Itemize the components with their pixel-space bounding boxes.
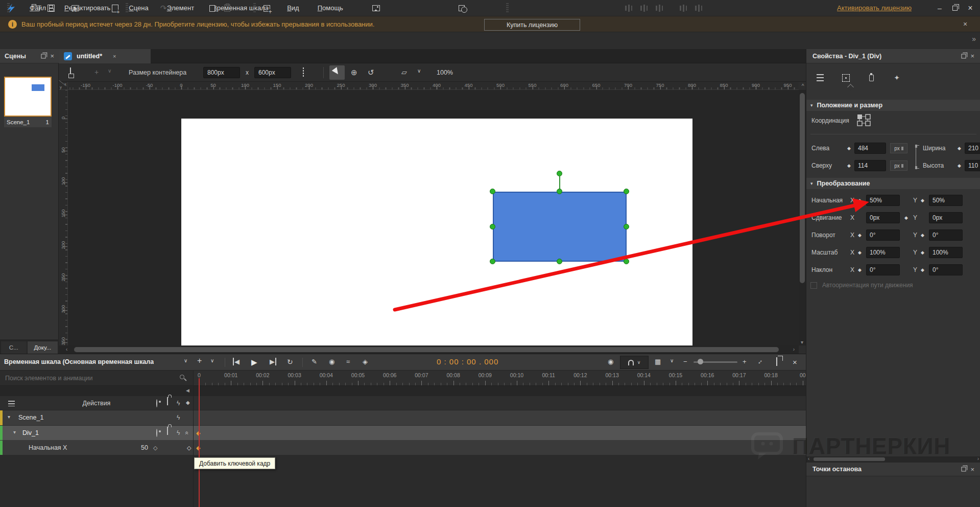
scroll-left-icon[interactable]: ‹: [66, 347, 67, 352]
left-unit-select[interactable]: px: [890, 143, 907, 153]
playhead-line[interactable]: [199, 378, 200, 507]
bolt-icon[interactable]: ϟ: [177, 400, 180, 407]
document-tab-close-icon[interactable]: ×: [113, 53, 116, 59]
auto-keyframe-icon[interactable]: ✎: [312, 358, 317, 365]
buy-license-button[interactable]: Купить лицензию: [484, 19, 580, 31]
rotate-tool-icon[interactable]: ↺: [368, 68, 374, 77]
coordination-icon[interactable]: [856, 113, 872, 127]
timeline-select-dropdown-icon[interactable]: ∨: [184, 358, 187, 363]
rotation-handle[interactable]: [557, 171, 562, 176]
trial-close-icon[interactable]: ×: [963, 20, 967, 28]
collapse-properties-icon[interactable]: «: [183, 431, 190, 435]
rotate-y-keyframe-icon[interactable]: ◆: [921, 233, 924, 238]
scene-navigation-icon[interactable]: [70, 67, 71, 77]
edit-container-size-icon[interactable]: [303, 67, 304, 77]
expand-timeline-icon[interactable]: ↕: [757, 358, 764, 365]
top-unit-select[interactable]: px: [890, 160, 907, 171]
keyframe-nav-icon[interactable]: ◇: [153, 445, 157, 451]
scroll-right-icon[interactable]: ›: [793, 347, 795, 352]
record-icon[interactable]: ◉: [329, 358, 334, 365]
timeline-search[interactable]: Поиск элементов и анимации: [0, 371, 193, 386]
close-panel-icon[interactable]: ×: [970, 466, 974, 473]
transform-origin-y-keyframe-icon[interactable]: ◆: [921, 198, 924, 203]
handle-top-center[interactable]: [557, 189, 562, 194]
skew-y-input[interactable]: 0°: [929, 264, 963, 275]
translate-keyframe-icon[interactable]: ◆: [904, 215, 908, 220]
v-scroll-thumb[interactable]: [800, 93, 805, 283]
close-button[interactable]: ×: [963, 2, 978, 14]
expand-caret-icon[interactable]: ▾: [8, 414, 10, 420]
scroll-down-icon[interactable]: ▾: [801, 339, 803, 345]
tab-position-size[interactable]: [837, 71, 854, 85]
insert-keyframe-icon[interactable]: ◈: [363, 358, 368, 365]
tab-effects[interactable]: ✦: [888, 71, 905, 85]
skew-tool-icon[interactable]: ▱: [401, 68, 407, 76]
tab-scenes[interactable]: С...: [1, 341, 27, 354]
minimize-button[interactable]: –: [932, 2, 947, 14]
rotate-y-input[interactable]: 0°: [929, 229, 963, 241]
scale-y-input[interactable]: 100%: [929, 247, 963, 258]
float-panel-icon[interactable]: [962, 467, 966, 472]
tab-appearance[interactable]: [863, 71, 880, 85]
container-width-input[interactable]: 800px: [203, 67, 240, 78]
track-list-divider[interactable]: [193, 371, 194, 507]
timeline-zoom-knob[interactable]: [698, 359, 703, 364]
container-height-input[interactable]: 600px: [254, 67, 291, 78]
lock-icon[interactable]: [167, 427, 168, 435]
eye-icon[interactable]: [156, 429, 157, 437]
rotate-x-keyframe-icon[interactable]: ◆: [858, 233, 862, 238]
curve-editor-icon[interactable]: ≈: [346, 358, 350, 365]
skew-x-keyframe-icon[interactable]: ◆: [858, 267, 862, 272]
property-track-value[interactable]: 50: [134, 444, 148, 451]
document-tab[interactable]: untitled* ×: [59, 49, 151, 63]
width-keyframe-icon[interactable]: ◆: [958, 146, 961, 151]
skew-x-input[interactable]: 0°: [866, 264, 900, 275]
add-timeline-dropdown-icon[interactable]: ∨: [210, 358, 214, 363]
menu-редактировать[interactable]: Редактировать: [55, 0, 119, 16]
handle-bottom-right[interactable]: [624, 259, 629, 264]
transform-origin-x-input[interactable]: 50%: [866, 195, 900, 206]
left-keyframe-icon[interactable]: ◆: [847, 146, 851, 151]
float-panel-icon[interactable]: [41, 54, 46, 58]
bolt-icon[interactable]: ϟ: [177, 414, 180, 421]
track-row-div1[interactable]: ▾ Div_1 ϟ « ◆: [0, 426, 806, 441]
bolt-icon[interactable]: ϟ: [177, 429, 180, 436]
scale-x-input[interactable]: 100%: [866, 247, 900, 258]
add-icon[interactable]: +: [94, 68, 99, 76]
add-keyframe-button[interactable]: ◇: [187, 445, 191, 451]
restore-button[interactable]: [947, 2, 963, 14]
close-panel-icon[interactable]: ×: [793, 358, 797, 366]
go-to-end-icon[interactable]: ▶: [270, 358, 276, 365]
section-transform[interactable]: ▾ Преобразование: [806, 178, 980, 189]
grid-dropdown-icon[interactable]: ∨: [670, 358, 674, 363]
menu-вид[interactable]: Вид: [278, 0, 308, 16]
transform-origin-y-input[interactable]: 50%: [929, 195, 963, 206]
canvas-horizontal-scrollbar[interactable]: ‹ ›: [59, 345, 799, 354]
scale-x-keyframe-icon[interactable]: ◆: [858, 250, 862, 255]
close-panel-icon[interactable]: ×: [970, 52, 974, 60]
select-tool[interactable]: [329, 65, 345, 80]
float-panel-icon[interactable]: [776, 357, 777, 366]
height-keyframe-icon[interactable]: ◆: [958, 163, 961, 168]
lock-icon[interactable]: [167, 397, 168, 405]
section-position-size[interactable]: ▾ Положение и размер: [806, 100, 980, 111]
handle-top-right[interactable]: [624, 189, 629, 194]
translate-x-input[interactable]: 0px: [866, 212, 900, 223]
snap-toggle[interactable]: ∨: [620, 356, 649, 369]
autoorient-checkbox[interactable]: [810, 282, 817, 289]
top-input[interactable]: 114: [854, 160, 886, 171]
loop-icon[interactable]: ↻: [287, 358, 293, 366]
rotate-x-input[interactable]: 0°: [866, 229, 900, 241]
ruler-collapse-icon[interactable]: ^: [800, 82, 806, 90]
menu-помощь[interactable]: Помощь: [308, 0, 352, 16]
tools-dropdown-icon[interactable]: ∨: [417, 68, 421, 74]
top-keyframe-icon[interactable]: ◆: [847, 163, 851, 168]
handle-top-left[interactable]: [490, 189, 495, 194]
play-icon[interactable]: ▶: [251, 358, 257, 367]
keyframe-column-icon[interactable]: ◆: [186, 400, 190, 405]
handle-mid-left[interactable]: [490, 224, 495, 229]
scroll-right-icon[interactable]: ›: [977, 456, 979, 462]
handle-mid-right[interactable]: [624, 224, 629, 229]
tab-properties-list[interactable]: [811, 71, 829, 85]
close-panel-icon[interactable]: ×: [50, 52, 54, 60]
